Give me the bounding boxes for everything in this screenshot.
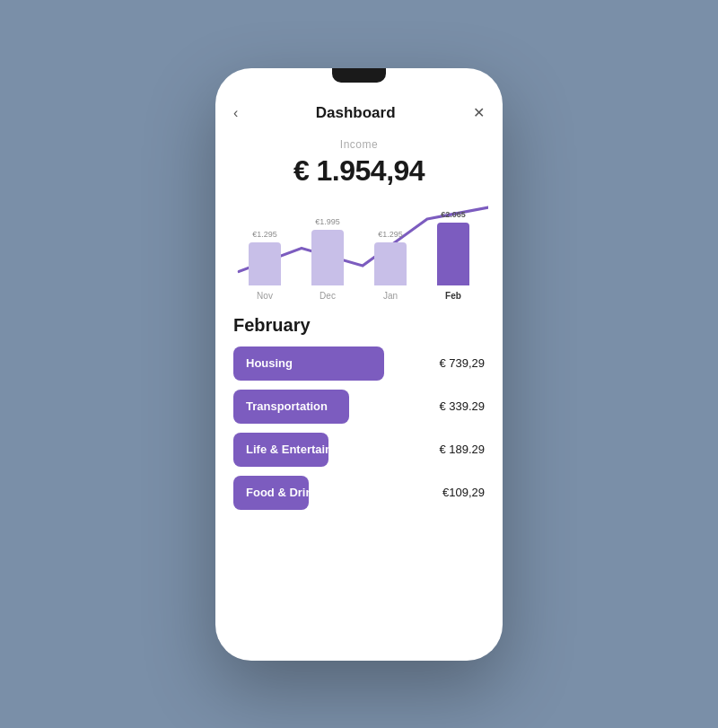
bar-dec-bar: [311, 230, 344, 285]
bar-feb-label: Feb: [445, 291, 461, 301]
income-section: Income € 1.954,94: [215, 131, 503, 188]
february-section: February Housing € 739,29 Transportation…: [215, 301, 503, 661]
bar-dec-amount: €1.995: [315, 217, 340, 226]
bar-feb-bar: [437, 223, 469, 285]
page-title: Dashboard: [316, 104, 396, 122]
bar-dec: €1.995 Dec: [311, 217, 344, 301]
income-label: Income: [233, 138, 485, 151]
bar-feb: €2.065 Feb: [437, 210, 469, 301]
bars-section: €1.295 Nov €1.995 Dec €1.295 Jan €2.065 …: [215, 220, 503, 301]
expense-amount-housing: € 739,29: [431, 356, 485, 370]
back-button[interactable]: ‹: [233, 105, 238, 121]
expense-row-transportation[interactable]: Transportation € 339.29: [233, 390, 485, 424]
expense-label-transportation: Transportation: [233, 390, 349, 424]
bar-jan: €1.295 Jan: [374, 230, 407, 301]
notch: [323, 68, 395, 88]
bar-nov-label: Nov: [257, 291, 273, 301]
expense-amount-food-drinks: €109,29: [431, 486, 485, 499]
bar-jan-amount: €1.295: [378, 230, 403, 239]
income-amount: € 1.954,94: [233, 154, 485, 188]
expense-amount-transportation: € 339.29: [431, 399, 485, 413]
close-button[interactable]: ✕: [473, 104, 485, 121]
expense-row-food-drinks[interactable]: Food & Drinks €109,29: [233, 476, 485, 510]
bar-feb-amount: €2.065: [441, 210, 466, 219]
february-title: February: [233, 315, 485, 336]
expense-row-life-entertainment[interactable]: Life & Entertainment € 189.29: [233, 433, 485, 467]
expense-row-housing[interactable]: Housing € 739,29: [233, 346, 485, 381]
expense-label-life-entertainment: Life & Entertainment: [233, 433, 328, 467]
notch-inner: [332, 68, 386, 83]
bar-dec-label: Dec: [320, 291, 336, 301]
phone-frame: ‹ Dashboard ✕ Income € 1.954,94 €1.295 N…: [215, 68, 503, 661]
expense-amount-life-entertainment: € 189.29: [431, 443, 485, 456]
bar-jan-label: Jan: [383, 291, 398, 301]
bar-nov-amount: €1.295: [252, 230, 277, 239]
expense-label-housing: Housing: [233, 346, 384, 381]
bar-nov: €1.295 Nov: [249, 230, 281, 301]
bar-jan-bar: [374, 242, 407, 285]
expense-label-food-drinks: Food & Drinks: [233, 476, 309, 510]
bar-nov-bar: [249, 242, 281, 285]
